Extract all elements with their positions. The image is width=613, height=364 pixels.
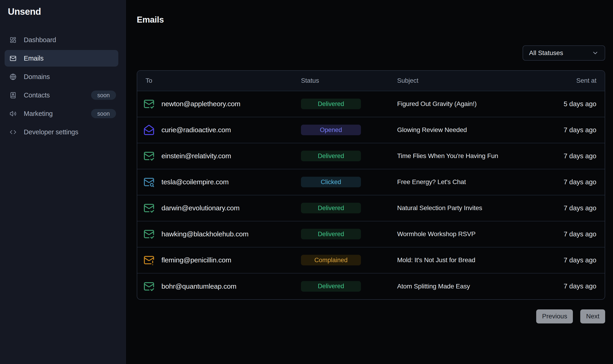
recipient-email: curie@radioactive.com bbox=[162, 126, 231, 134]
toolbar: All Statuses bbox=[137, 45, 605, 61]
sidebar-item-label: Dashboard bbox=[24, 36, 56, 44]
recipient-email: darwin@evolutionary.com bbox=[162, 204, 240, 212]
email-subject: Time Flies When You're Having Fun bbox=[397, 152, 498, 159]
mail-check-icon bbox=[143, 281, 154, 292]
sent-at: 7 days ago bbox=[564, 283, 596, 290]
soon-badge: soon bbox=[91, 91, 116, 100]
mail-check-icon bbox=[143, 98, 154, 109]
sidebar: Unsend Dashboard Emails Domains Contacts… bbox=[0, 0, 126, 364]
email-subject: Glowing Review Needed bbox=[397, 126, 467, 133]
status-badge: Clicked bbox=[301, 177, 361, 187]
next-button[interactable]: Next bbox=[580, 309, 605, 324]
table-row[interactable]: curie@radioactive.com Opened Glowing Rev… bbox=[137, 117, 605, 143]
mail-icon bbox=[10, 55, 16, 62]
sidebar-item-dashboard[interactable]: Dashboard bbox=[5, 32, 118, 48]
sidebar-item-emails[interactable]: Emails bbox=[5, 50, 118, 66]
sent-at: 7 days ago bbox=[564, 230, 596, 238]
sidebar-nav: Dashboard Emails Domains Contacts soon M… bbox=[5, 32, 118, 140]
contacts-icon bbox=[10, 92, 16, 99]
app-logo: Unsend bbox=[8, 6, 126, 17]
sidebar-item-contacts[interactable]: Contacts soon bbox=[5, 87, 118, 104]
recipient-email: einstein@relativity.com bbox=[162, 152, 231, 160]
speaker-icon bbox=[10, 110, 16, 117]
status-badge: Delivered bbox=[301, 151, 361, 161]
recipient-email: bohr@quantumleap.com bbox=[162, 283, 236, 290]
sidebar-item-label: Emails bbox=[24, 55, 44, 62]
email-subject: Mold: It's Not Just for Bread bbox=[397, 256, 475, 263]
sent-at: 7 days ago bbox=[564, 126, 596, 134]
previous-button[interactable]: Previous bbox=[536, 309, 573, 324]
recipient-email: fleming@penicillin.com bbox=[162, 256, 231, 264]
mail-check-icon bbox=[143, 203, 154, 214]
email-subject: Wormhole Workshop RSVP bbox=[397, 230, 476, 237]
table-row[interactable]: einstein@relativity.com Delivered Time F… bbox=[137, 143, 605, 169]
sidebar-item-label: Developer settings bbox=[24, 128, 78, 136]
sent-at: 7 days ago bbox=[564, 178, 596, 186]
sidebar-item-marketing[interactable]: Marketing soon bbox=[5, 105, 118, 122]
table-row[interactable]: hawking@blackholehub.com Delivered Wormh… bbox=[137, 221, 605, 247]
emails-table: To Status Subject Sent at newton@appleth… bbox=[137, 71, 605, 299]
status-badge: Delivered bbox=[301, 229, 361, 239]
dashboard-icon bbox=[10, 37, 16, 43]
mail-warning-icon bbox=[143, 255, 154, 266]
column-header-sent-at: Sent at bbox=[503, 71, 605, 91]
sent-at: 7 days ago bbox=[564, 152, 596, 160]
sent-at: 7 days ago bbox=[564, 204, 596, 212]
status-badge: Delivered bbox=[301, 203, 361, 213]
mail-check-icon bbox=[143, 150, 154, 161]
mail-search-icon bbox=[143, 176, 154, 188]
chevron-down-icon bbox=[592, 50, 599, 56]
recipient-email: tesla@coilempire.com bbox=[162, 178, 229, 186]
email-subject: Free Energy? Let's Chat bbox=[397, 178, 466, 185]
mail-check-icon bbox=[143, 229, 154, 240]
mail-open-icon bbox=[143, 124, 154, 135]
table-header-row: To Status Subject Sent at bbox=[137, 71, 605, 91]
page-title: Emails bbox=[137, 15, 605, 25]
status-badge: Delivered bbox=[301, 99, 361, 109]
column-header-to: To bbox=[137, 71, 301, 91]
app-window: Unsend Dashboard Emails Domains Contacts… bbox=[0, 0, 613, 364]
email-subject: Natural Selection Party Invites bbox=[397, 204, 482, 211]
status-badge: Delivered bbox=[301, 281, 361, 292]
table-row[interactable]: bohr@quantumleap.com Delivered Atom Spli… bbox=[137, 273, 605, 299]
sidebar-item-domains[interactable]: Domains bbox=[5, 68, 118, 85]
sidebar-item-developer-settings[interactable]: Developer settings bbox=[5, 124, 118, 140]
status-filter-select[interactable]: All Statuses bbox=[523, 45, 605, 61]
recipient-email: hawking@blackholehub.com bbox=[162, 230, 249, 238]
code-icon bbox=[10, 129, 16, 135]
sidebar-item-label: Domains bbox=[24, 73, 50, 81]
status-filter-value: All Statuses bbox=[529, 49, 563, 57]
sidebar-item-label: Contacts bbox=[24, 91, 50, 99]
email-subject: Figured Out Gravity (Again!) bbox=[397, 100, 477, 107]
sent-at: 7 days ago bbox=[564, 256, 596, 264]
table-row[interactable]: darwin@evolutionary.com Delivered Natura… bbox=[137, 195, 605, 221]
main-content: Emails All Statuses To Status Subject Se… bbox=[126, 0, 613, 364]
table-row[interactable]: fleming@penicillin.com Complained Mold: … bbox=[137, 247, 605, 273]
soon-badge: soon bbox=[91, 109, 116, 118]
globe-icon bbox=[10, 74, 16, 80]
sidebar-item-label: Marketing bbox=[24, 110, 53, 117]
emails-table-card: To Status Subject Sent at newton@appleth… bbox=[137, 70, 605, 300]
column-header-status: Status bbox=[301, 71, 397, 91]
status-badge: Complained bbox=[301, 255, 361, 265]
email-subject: Atom Splitting Made Easy bbox=[397, 283, 470, 290]
status-badge: Opened bbox=[301, 125, 361, 135]
table-row[interactable]: tesla@coilempire.com Clicked Free Energy… bbox=[137, 169, 605, 195]
table-row[interactable]: newton@appletheory.com Delivered Figured… bbox=[137, 91, 605, 117]
recipient-email: newton@appletheory.com bbox=[162, 100, 240, 108]
column-header-subject: Subject bbox=[397, 71, 503, 91]
pagination: Previous Next bbox=[137, 309, 605, 324]
sent-at: 5 days ago bbox=[564, 100, 596, 108]
